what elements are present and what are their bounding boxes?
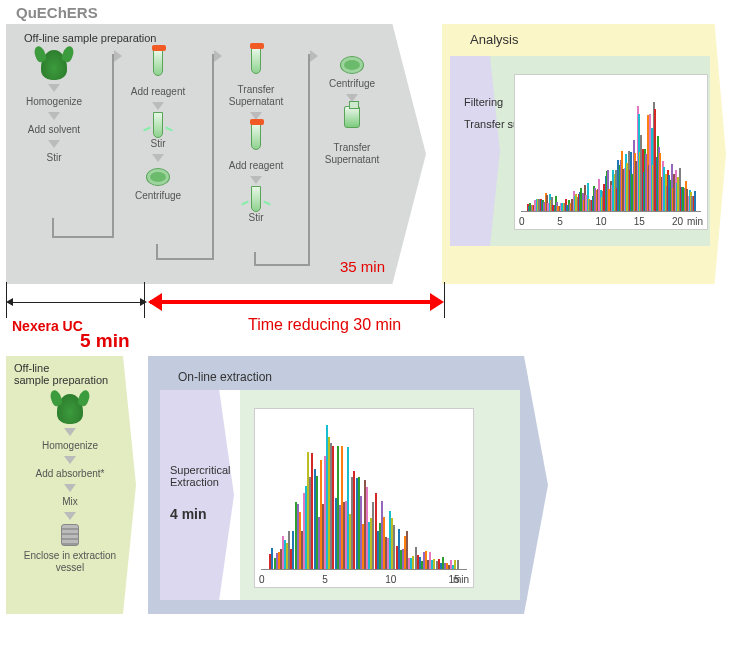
online-chromatogram: 051015min <box>254 408 474 588</box>
flow-connector <box>52 236 112 238</box>
flow-connector <box>156 258 212 260</box>
axis-tick: 0 <box>519 216 525 227</box>
step-label: Stir <box>20 152 88 164</box>
online-title: On-line extraction <box>178 370 272 384</box>
time-reducing-arrow-r <box>430 293 444 311</box>
step-label: Add absorbent* <box>22 468 118 480</box>
quechers-panel-title: Off-line sample preparation <box>24 32 156 44</box>
step-label: Add reagent <box>222 160 290 172</box>
step-homogenize: Homogenize Add solvent Stir <box>20 50 88 164</box>
down-arrow-icon <box>250 176 262 184</box>
right-arrow-icon <box>214 50 222 64</box>
down-arrow-icon <box>64 512 76 520</box>
flow-connector <box>254 252 256 264</box>
step-add-reagent-1: Add reagent Stir Centrifuge <box>124 50 192 202</box>
time-reducing-arrow-l <box>148 293 162 311</box>
online-prep-chevron <box>160 390 234 600</box>
flow-connector <box>52 218 54 236</box>
step-label: Transfer Supernatant <box>222 84 290 108</box>
axis-tick: 15 <box>634 216 645 227</box>
axis-unit: min <box>453 574 469 585</box>
down-arrow-icon <box>152 102 164 110</box>
nexera-title: Nexera UC <box>12 318 83 334</box>
flow-connector <box>156 244 158 258</box>
sc-extraction-time: 4 min <box>170 506 207 522</box>
flow-connector <box>254 264 308 266</box>
stir-icon <box>243 188 269 208</box>
centrifuge-icon <box>146 168 170 186</box>
span-line <box>8 302 140 303</box>
down-arrow-icon <box>64 428 76 436</box>
right-arrow-icon <box>310 50 318 64</box>
axis-tick: 5 <box>557 216 563 227</box>
time-reducing-arrow <box>150 300 440 304</box>
down-arrow-icon <box>64 484 76 492</box>
step-label: Stir <box>222 212 290 224</box>
axis-unit: min <box>687 216 703 227</box>
leaf-icon <box>57 394 83 424</box>
bottle-icon <box>338 106 366 138</box>
axis-tick: 0 <box>259 574 265 585</box>
quechers-title: QuEChERS <box>16 4 98 21</box>
stir-icon <box>145 114 171 134</box>
step-transfer-sup-1: Transfer Supernatant Add reagent Stir <box>222 48 290 224</box>
sc-extraction-label: Supercritical Extraction <box>170 464 240 488</box>
step-label: Mix <box>22 496 118 508</box>
down-arrow-icon <box>152 154 164 162</box>
leaf-icon <box>41 50 67 80</box>
step-label: Centrifuge <box>124 190 192 202</box>
axis-tick: 20 <box>672 216 683 227</box>
down-arrow-icon <box>48 140 60 148</box>
down-arrow-icon <box>48 84 60 92</box>
chart-baseline <box>521 211 701 212</box>
axis-tick: 10 <box>596 216 607 227</box>
step-label: Add reagent <box>124 86 192 98</box>
step-label: Homogenize <box>20 96 88 108</box>
step-label: Enclose in extraction vessel <box>22 550 118 574</box>
step-label: Transfer Supernatant <box>318 142 386 166</box>
analysis-prep-chevron <box>450 56 500 246</box>
right-arrow-icon <box>114 50 122 64</box>
chromatogram-peak <box>457 560 459 569</box>
analysis-chromatogram: 05101520min <box>514 74 708 230</box>
chart-baseline <box>261 569 467 570</box>
flow-connector <box>212 54 214 260</box>
axis-tick: 5 <box>322 574 328 585</box>
down-arrow-icon <box>64 456 76 464</box>
step-label: Centrifuge <box>318 78 386 90</box>
vessel-icon <box>61 524 79 546</box>
guide-line <box>444 282 445 318</box>
nexera-time: 5 min <box>80 330 130 352</box>
step-label: Add solvent <box>20 124 88 136</box>
down-arrow-icon <box>48 112 60 120</box>
chromatogram-peak <box>694 191 696 211</box>
arrow-right-icon <box>140 298 147 306</box>
step-label: Stir <box>124 138 192 150</box>
nexera-offline-title: Off-line sample preparation <box>14 362 114 386</box>
step-centrifuge-2: Centrifuge Transfer Supernatant <box>318 50 386 166</box>
step-label: Homogenize <box>22 440 118 452</box>
centrifuge-icon <box>340 56 364 74</box>
arrow-left-icon <box>6 298 13 306</box>
flow-connector <box>308 54 310 266</box>
nexera-steps: Homogenize Add absorbent* Mix Enclose in… <box>22 394 118 574</box>
analysis-filtering-label: Filtering <box>464 96 503 108</box>
flow-connector <box>112 54 114 238</box>
quechers-time-label: 35 min <box>340 258 385 275</box>
axis-tick: 10 <box>385 574 396 585</box>
time-reducing-label: Time reducing 30 min <box>248 316 401 334</box>
analysis-title: Analysis <box>470 32 518 47</box>
